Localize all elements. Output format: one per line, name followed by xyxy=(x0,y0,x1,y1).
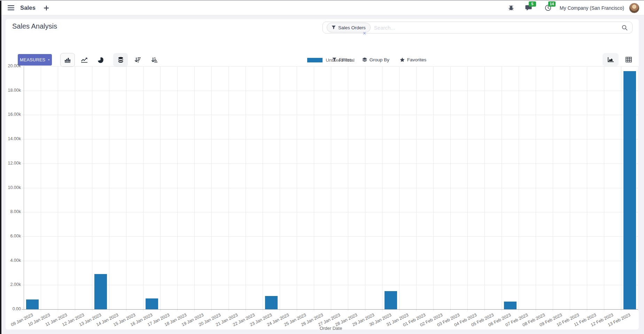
x-gridline xyxy=(92,66,92,311)
screen-left-edge xyxy=(0,0,1,334)
user-avatar[interactable] xyxy=(629,3,639,13)
y-gridline xyxy=(22,212,638,212)
app-menu-sales[interactable]: Sales xyxy=(20,5,36,11)
navbar: Sales 5 14 My xyxy=(0,1,644,15)
x-axis-line xyxy=(22,309,638,310)
x-gridline xyxy=(519,66,519,311)
y-tick-label: 12.00k xyxy=(0,161,21,166)
y-gridline xyxy=(22,91,638,91)
x-gridline xyxy=(109,66,109,311)
x-gridline xyxy=(194,66,195,311)
y-gridline xyxy=(22,66,638,67)
x-gridline xyxy=(382,66,382,311)
x-gridline xyxy=(246,66,246,311)
x-axis-title: Order Date xyxy=(24,326,638,331)
x-gridline xyxy=(58,66,58,311)
x-gridline xyxy=(450,66,451,311)
x-gridline xyxy=(399,66,399,311)
x-gridline xyxy=(331,66,331,311)
y-tick-label: 20.00k xyxy=(0,63,21,68)
y-tick-label: 0.00 xyxy=(0,306,21,311)
y-gridline xyxy=(22,139,638,139)
bar[interactable] xyxy=(623,71,636,309)
y-tick-label: 14.00k xyxy=(0,136,21,141)
company-switcher[interactable]: My Company (San Francisco) xyxy=(560,5,624,11)
x-gridline xyxy=(638,66,638,311)
x-gridline xyxy=(314,66,314,311)
x-gridline xyxy=(502,66,502,311)
y-gridline xyxy=(22,164,638,164)
x-gridline xyxy=(348,66,348,311)
facet-remove-icon[interactable]: ✕ xyxy=(363,31,366,36)
x-gridline xyxy=(553,66,553,311)
x-gridline xyxy=(228,66,229,311)
x-gridline xyxy=(484,66,485,311)
y-axis-line xyxy=(24,66,24,309)
y-gridline xyxy=(22,188,638,188)
y-gridline xyxy=(22,285,638,285)
bar[interactable] xyxy=(94,274,107,309)
page-title: Sales Analysis xyxy=(12,22,57,30)
screen: Sales 5 14 My xyxy=(0,0,644,334)
x-gridline xyxy=(297,66,297,311)
plus-icon[interactable] xyxy=(42,3,51,13)
x-gridline xyxy=(211,66,212,311)
y-tick-label: 10.00k xyxy=(0,185,21,190)
debug-bug-icon[interactable] xyxy=(507,3,516,13)
legend-label: Untaxed Total xyxy=(326,58,354,63)
x-gridline xyxy=(467,66,468,311)
search-icon[interactable] xyxy=(622,25,628,31)
y-gridline xyxy=(22,261,638,261)
x-gridline xyxy=(536,66,536,311)
x-gridline xyxy=(433,66,434,311)
x-gridline xyxy=(75,66,75,311)
bar[interactable] xyxy=(504,302,517,309)
y-tick-label: 4.00k xyxy=(0,258,21,263)
x-gridline xyxy=(570,66,570,311)
x-gridline xyxy=(126,66,126,311)
filter-funnel-icon xyxy=(332,25,336,30)
bar[interactable] xyxy=(265,296,278,309)
y-gridline xyxy=(22,115,638,115)
x-gridline xyxy=(604,66,604,311)
y-tick-label: 18.00k xyxy=(0,88,21,93)
chart-legend[interactable]: Untaxed Total xyxy=(24,58,638,63)
x-gridline xyxy=(160,66,161,311)
activities-clock-icon[interactable]: 14 xyxy=(544,3,553,13)
messages-icon[interactable]: 5 xyxy=(524,3,533,13)
legend-swatch xyxy=(307,58,323,62)
y-tick-label: 8.00k xyxy=(0,209,21,214)
x-gridline xyxy=(280,66,280,311)
x-gridline xyxy=(416,66,417,311)
bar[interactable] xyxy=(146,298,158,309)
x-gridline xyxy=(621,66,621,311)
x-gridline xyxy=(177,66,178,311)
facet-label: Sales Orders xyxy=(338,25,366,30)
x-gridline xyxy=(41,66,41,311)
hamburger-menu-icon[interactable] xyxy=(6,3,15,13)
bar[interactable] xyxy=(26,299,39,309)
x-gridline xyxy=(263,66,263,311)
top-hairline xyxy=(0,0,644,1)
x-gridline xyxy=(587,66,587,311)
search-placeholder[interactable]: Search... xyxy=(374,25,395,31)
y-tick-label: 2.00k xyxy=(0,282,21,287)
activities-badge: 14 xyxy=(548,1,556,7)
y-tick-label: 6.00k xyxy=(0,234,21,238)
x-gridline xyxy=(143,66,143,311)
bar[interactable] xyxy=(385,291,397,309)
y-gridline xyxy=(22,236,638,237)
messages-badge: 5 xyxy=(529,1,536,7)
y-tick-label: 16.00k xyxy=(0,112,21,117)
search-box[interactable]: Sales Orders ✕ Search... xyxy=(323,22,633,33)
main-panel: Sales Analysis Sales Orders ✕ Search... … xyxy=(6,19,639,329)
x-gridline xyxy=(365,66,365,311)
